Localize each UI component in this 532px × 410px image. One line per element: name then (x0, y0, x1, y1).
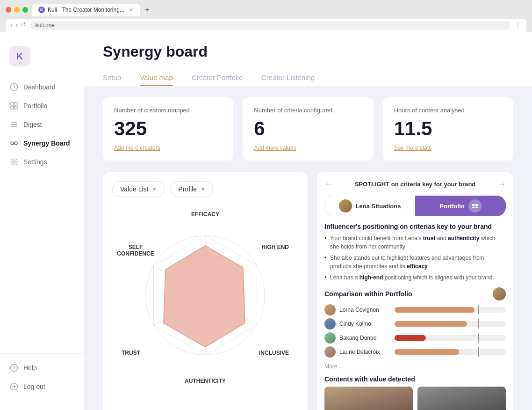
page-title: Synergy board (103, 43, 513, 60)
comparison-title: Comparison within Portfolio (324, 290, 412, 298)
close-tab-icon[interactable]: ✕ (129, 7, 133, 13)
profile-dropdown[interactable]: Profile ▼ (170, 181, 213, 197)
add-creators-link[interactable]: Add more creators (114, 145, 222, 151)
tab-value-map[interactable]: Value map (140, 70, 173, 86)
svg-rect-3 (11, 106, 14, 109)
content-item-1: Lena Situations and her father for an Em… (417, 387, 506, 410)
minimize-button[interactable] (14, 7, 20, 13)
sidebar-item-settings[interactable]: Settings (0, 153, 84, 171)
creator-mini-avatar (324, 304, 336, 315)
sidebar-item-label: Log out (23, 383, 45, 390)
creator-tab-label: Lena Situations (356, 203, 401, 210)
sidebar-item-logout[interactable]: Log out (0, 377, 84, 396)
comparison-row-2: Bakang Donbo (324, 332, 506, 344)
prev-arrow-icon[interactable]: ← (324, 179, 333, 189)
nav-bottom: ? Help Log out (0, 353, 84, 401)
svg-rect-5 (11, 122, 17, 123)
contents-section: Contents with value detected Lena paints… (324, 375, 506, 410)
tab-creator-listening[interactable]: Creator Listening (261, 70, 315, 86)
tab-setup[interactable]: Setup (103, 70, 121, 86)
sidebar-item-digest[interactable]: Digest (0, 115, 84, 134)
browser-tab[interactable]: K Kuli - The Creator Monitoring... ✕ (32, 4, 140, 16)
bar-container (395, 307, 506, 313)
stat-label: Number of creators mapped (114, 107, 222, 114)
list-icon (9, 120, 19, 129)
bottom-section: Value List ▼ Profile ▼ EFFICACY HIGH END… (84, 172, 532, 410)
spotlight-panel: ← SPOTLIGHT on criteria key for your bra… (317, 172, 513, 410)
radar-label-top: EFFICACY (191, 211, 219, 218)
bar-fill (395, 335, 426, 341)
forward-button[interactable]: › (15, 21, 18, 29)
creator-name: Lorna Cevignon (339, 307, 391, 313)
favicon-icon: K (38, 7, 45, 13)
logo: K (9, 46, 30, 66)
comparison-row-0: Lorna Cevignon (324, 304, 506, 315)
radar-label-top-left: SELF CONFIDENCE (117, 244, 154, 257)
sidebar-item-label: Portfolio (23, 102, 47, 110)
next-arrow-icon[interactable]: → (497, 179, 506, 189)
chevron-down-icon: ▼ (152, 187, 157, 192)
back-button[interactable]: ‹ (10, 21, 13, 29)
svg-rect-1 (11, 102, 14, 105)
creator-avatar (339, 199, 352, 212)
bar-fill (395, 307, 474, 313)
svg-text:?: ? (13, 365, 15, 371)
stat-card-creators: Number of creators mapped 325 Add more c… (103, 97, 233, 161)
new-tab-button[interactable]: + (142, 4, 153, 15)
sidebar-item-help[interactable]: ? Help (0, 359, 84, 377)
sidebar-item-label: Synergy Board (23, 139, 70, 147)
bar-container (395, 349, 506, 355)
close-button[interactable] (6, 7, 11, 13)
svg-point-9 (14, 142, 17, 145)
logout-icon (9, 382, 19, 391)
bullet-points: Your brand could benefit from Lena's tru… (324, 234, 506, 282)
tab-lena-situations[interactable]: Lena Situations (324, 196, 415, 216)
sidebar: K Dashboard Portfolio Digest (0, 32, 84, 410)
chevron-down-icon: ▼ (201, 187, 205, 192)
creator-name: Bakang Donbo (339, 335, 391, 341)
tab-creator-portfolio[interactable]: Creator Portfolio (192, 70, 243, 86)
spotlight-title: SPOTLIGHT on criteria key for your brand (333, 181, 497, 188)
svg-point-10 (13, 161, 15, 163)
address-bar[interactable]: kuli.one (30, 21, 510, 30)
bar-fill (395, 321, 467, 327)
more-link[interactable]: More ... (324, 363, 506, 370)
stat-value: 6 (254, 117, 362, 140)
radar-label-bottom-left: TRUST (122, 350, 140, 356)
extensions-icon[interactable]: ⋮ (514, 21, 522, 30)
stat-value: 11.5 (394, 117, 502, 140)
svg-rect-25 (475, 207, 478, 208)
see-stats-link[interactable]: See more stats (394, 145, 502, 151)
creator-tabs: Lena Situations Portfolio (324, 196, 506, 216)
tab-portfolio[interactable]: Portfolio (415, 196, 506, 216)
benchmark-marker (478, 333, 479, 343)
dropdown-label: Profile (178, 185, 197, 193)
sidebar-item-synergy-board[interactable]: Synergy Board (0, 134, 84, 153)
spotlight-header: ← SPOTLIGHT on criteria key for your bra… (324, 179, 506, 189)
sidebar-item-dashboard[interactable]: Dashboard (0, 78, 84, 96)
svg-point-8 (11, 142, 14, 145)
maximize-button[interactable] (22, 7, 28, 13)
sidebar-item-label: Help (23, 364, 37, 372)
radar-chart-container: EFFICACY HIGH END INCLUSIVE AUTHENTICITY… (103, 206, 308, 394)
content-thumbnail (324, 387, 413, 410)
svg-rect-7 (11, 126, 17, 127)
value-list-dropdown[interactable]: Value List ▼ (112, 181, 165, 197)
comparison-section: Comparison within Portfolio Lorna Cevign… (324, 287, 506, 358)
add-values-link[interactable]: Add more values (254, 145, 362, 151)
sidebar-item-portfolio[interactable]: Portfolio (0, 96, 84, 115)
portfolio-icon (468, 199, 482, 212)
reload-button[interactable]: ↺ (21, 21, 26, 29)
comparison-row-3: Laurie Delacroix (324, 346, 506, 358)
contents-title: Contents with value detected (324, 375, 506, 383)
comparison-row-1: Cindy Kolmo (324, 318, 506, 329)
creator-mini-avatar (324, 346, 336, 358)
svg-rect-23 (475, 204, 478, 206)
radar-label-bottom-right: INCLUSIVE (259, 350, 289, 356)
tab-title: Kuli - The Creator Monitoring... (48, 7, 124, 13)
benchmark-marker (478, 305, 479, 315)
radar-label-top-right: HIGH END (261, 244, 289, 250)
nav-items: Dashboard Portfolio Digest Synergy Board (0, 78, 84, 353)
creator-mini-avatar (324, 332, 336, 344)
svg-marker-21 (164, 246, 245, 347)
